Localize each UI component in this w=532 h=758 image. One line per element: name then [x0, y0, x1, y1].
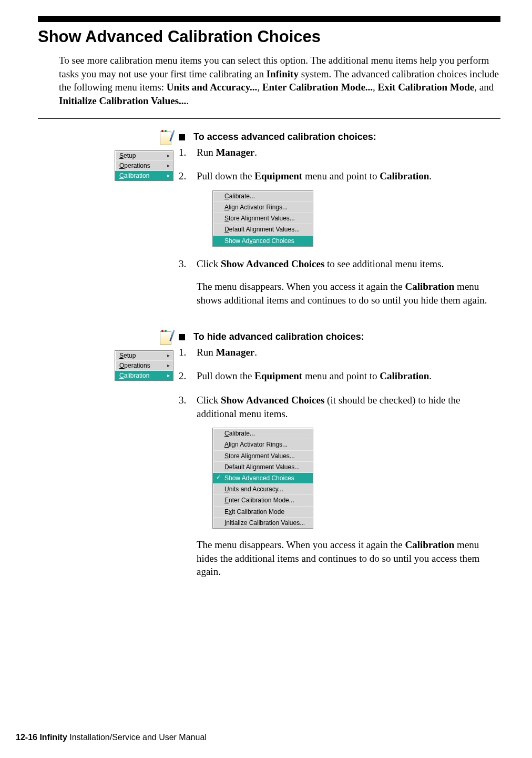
procedure-heading: To access advanced calibration choices: — [179, 132, 500, 143]
submenu-item-calibrate[interactable]: Calibrate... — [213, 191, 313, 201]
submenu-item-show-advanced[interactable]: Show Advanced Choices — [213, 235, 313, 246]
submenu-item-store[interactable]: Store Alignment Values... — [213, 213, 313, 224]
step-3-followup: The menu disappears. When you access it … — [197, 280, 500, 307]
step-2: Pull down the Equipment menu and point t… — [179, 369, 500, 383]
bullet-square-icon — [179, 334, 185, 340]
submenu-item-initialize[interactable]: Initialize Calibration Values... — [213, 517, 313, 528]
menu-item-operations[interactable]: Operations▸ — [115, 360, 173, 370]
divider — [38, 118, 500, 119]
submenu-arrow-icon: ▸ — [167, 153, 170, 158]
submenu-item-default[interactable]: Default Alignment Values... — [213, 224, 313, 235]
menu-item-calibration[interactable]: Calibration▸ — [115, 370, 173, 380]
menu-item-operations[interactable]: Operations▸ — [115, 160, 173, 170]
menu-item-setup[interactable]: Setup▸ — [115, 151, 173, 160]
submenu-arrow-icon: ▸ — [167, 372, 170, 378]
steps-list: Run Manager. Pull down the Equipment men… — [179, 346, 500, 579]
procedure-heading: To hide advanced calibration choices: — [179, 331, 500, 342]
side-column: Setup▸ Operations▸ Calibration▸ — [38, 132, 179, 181]
submenu-item-exit-cal[interactable]: Exit Calibration Mode — [213, 506, 313, 517]
page-footer: 12-16 Infinity Installation/Service and … — [16, 733, 207, 742]
step-3: Click Show Advanced Choices to see addit… — [179, 257, 500, 307]
step-3: Click Show Advanced Choices (it should b… — [179, 393, 500, 579]
page-title: Show Advanced Calibration Choices — [38, 27, 500, 46]
menu-item-calibration[interactable]: Calibration▸ — [115, 170, 173, 180]
step-1: Run Manager. — [179, 146, 500, 159]
section-access: Setup▸ Operations▸ Calibration▸ To acces… — [38, 132, 500, 318]
main-column: To hide advanced calibration choices: Ru… — [179, 331, 500, 589]
side-column: Setup▸ Operations▸ Calibration▸ — [38, 331, 179, 381]
submenu-item-store[interactable]: Store Alignment Values... — [213, 450, 313, 461]
submenu-item-calibrate[interactable]: Calibrate... — [213, 428, 313, 439]
submenu-arrow-icon: ▸ — [167, 173, 170, 178]
submenu-item-default[interactable]: Default Alignment Values... — [213, 461, 313, 472]
calibration-submenu: Calibrate... Align Activator Rings... St… — [212, 190, 313, 247]
step-3-followup: The menu disappears. When you access it … — [197, 538, 500, 579]
submenu-arrow-icon: ▸ — [167, 352, 170, 358]
equipment-menu: Setup▸ Operations▸ Calibration▸ — [115, 150, 173, 181]
submenu-item-align[interactable]: Align Activator Rings... — [213, 201, 313, 213]
bullet-square-icon — [179, 134, 185, 140]
notepad-icon — [160, 132, 171, 145]
steps-list: Run Manager. Pull down the Equipment men… — [179, 146, 500, 307]
submenu-item-enter-cal[interactable]: Enter Calibration Mode... — [213, 494, 313, 506]
submenu-arrow-icon: ▸ — [167, 163, 170, 168]
menu-item-setup[interactable]: Setup▸ — [115, 351, 173, 360]
submenu-arrow-icon: ▸ — [167, 362, 170, 368]
section-hide: Setup▸ Operations▸ Calibration▸ To hide … — [38, 331, 500, 589]
intro-paragraph: To see more calibration menu items you c… — [59, 54, 500, 108]
submenu-item-show-advanced[interactable]: Show Advanced Choices — [213, 472, 313, 483]
notepad-icon — [160, 331, 171, 345]
equipment-menu: Setup▸ Operations▸ Calibration▸ — [115, 350, 173, 381]
submenu-item-align[interactable]: Align Activator Rings... — [213, 439, 313, 450]
calibration-submenu-expanded: Calibrate... Align Activator Rings... St… — [212, 428, 313, 529]
submenu-item-units[interactable]: Units and Accuracy... — [213, 483, 313, 494]
main-column: To access advanced calibration choices: … — [179, 132, 500, 318]
top-header-bar — [38, 16, 500, 22]
step-2: Pull down the Equipment menu and point t… — [179, 169, 500, 247]
step-1: Run Manager. — [179, 346, 500, 359]
